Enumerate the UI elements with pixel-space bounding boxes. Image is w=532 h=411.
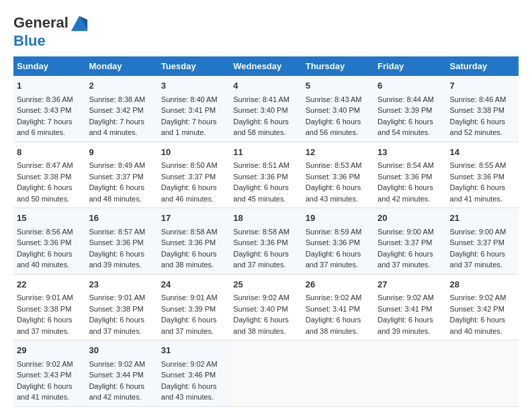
day-number: 1 bbox=[17, 79, 82, 93]
sunrise-text: Sunrise: 8:54 AM bbox=[378, 161, 434, 169]
sunset-text: Sunset: 3:40 PM bbox=[306, 106, 360, 114]
sunset-text: Sunset: 3:37 PM bbox=[378, 238, 432, 246]
daylight-text: Daylight: 6 hours and 38 minutes. bbox=[306, 316, 361, 335]
sunrise-text: Sunrise: 9:01 AM bbox=[161, 293, 218, 302]
calendar-cell: 17Sunrise: 8:58 AMSunset: 3:36 PMDayligh… bbox=[158, 208, 230, 275]
sunset-text: Sunset: 3:46 PM bbox=[161, 371, 216, 379]
week-row-1: 1Sunrise: 8:36 AMSunset: 3:43 PMDaylight… bbox=[13, 76, 519, 142]
daylight-text: Daylight: 6 hours and 42 minutes. bbox=[89, 382, 144, 402]
day-number: 2 bbox=[89, 79, 154, 93]
daylight-text: Daylight: 6 hours and 40 minutes. bbox=[450, 316, 506, 335]
day-number: 17 bbox=[161, 212, 226, 225]
sunrise-text: Sunrise: 8:55 AM bbox=[450, 161, 506, 169]
sunrise-text: Sunrise: 9:02 AM bbox=[450, 293, 506, 302]
sunrise-text: Sunrise: 8:58 AM bbox=[161, 228, 218, 236]
day-header-thursday: Thursday bbox=[302, 56, 374, 76]
sunrise-text: Sunrise: 9:02 AM bbox=[378, 293, 434, 302]
calendar-cell: 9Sunrise: 8:49 AMSunset: 3:37 PMDaylight… bbox=[85, 142, 157, 208]
sunset-text: Sunset: 3:36 PM bbox=[161, 238, 216, 246]
daylight-text: Daylight: 6 hours and 37 minutes. bbox=[89, 316, 144, 335]
sunrise-text: Sunrise: 8:47 AM bbox=[17, 161, 73, 169]
sunrise-text: Sunrise: 8:38 AM bbox=[89, 95, 145, 103]
calendar-cell: 2Sunrise: 8:38 AMSunset: 3:42 PMDaylight… bbox=[85, 76, 157, 142]
daylight-text: Daylight: 6 hours and 41 minutes. bbox=[17, 382, 73, 402]
sunrise-text: Sunrise: 9:02 AM bbox=[233, 293, 290, 302]
calendar-cell: 15Sunrise: 8:56 AMSunset: 3:36 PMDayligh… bbox=[13, 208, 85, 275]
sunrise-text: Sunrise: 8:50 AM bbox=[161, 161, 218, 169]
calendar-cell: 18Sunrise: 8:58 AMSunset: 3:36 PMDayligh… bbox=[230, 208, 302, 275]
daylight-text: Daylight: 7 hours and 1 minute. bbox=[161, 118, 217, 137]
day-number: 27 bbox=[378, 278, 443, 291]
day-header-wednesday: Wednesday bbox=[230, 56, 302, 76]
day-number: 14 bbox=[450, 146, 515, 159]
calendar-cell: 28Sunrise: 9:02 AMSunset: 3:42 PMDayligh… bbox=[447, 274, 519, 340]
day-header-monday: Monday bbox=[85, 56, 157, 76]
daylight-text: Daylight: 7 hours and 6 minutes. bbox=[17, 118, 73, 137]
calendar-cell: 6Sunrise: 8:44 AMSunset: 3:39 PMDaylight… bbox=[374, 76, 446, 142]
calendar-cell: 29Sunrise: 9:02 AMSunset: 3:43 PMDayligh… bbox=[13, 340, 85, 407]
day-number: 28 bbox=[450, 278, 515, 291]
sunrise-text: Sunrise: 8:36 AM bbox=[17, 95, 73, 103]
calendar-cell: 22Sunrise: 9:01 AMSunset: 3:38 PMDayligh… bbox=[13, 274, 85, 340]
calendar-cell: 13Sunrise: 8:54 AMSunset: 3:36 PMDayligh… bbox=[374, 142, 446, 208]
sunset-text: Sunset: 3:36 PM bbox=[306, 173, 360, 181]
sunrise-text: Sunrise: 9:01 AM bbox=[17, 293, 73, 302]
calendar-header-row: SundayMondayTuesdayWednesdayThursdayFrid… bbox=[13, 56, 519, 76]
calendar-cell: 4Sunrise: 8:41 AMSunset: 3:40 PMDaylight… bbox=[230, 76, 302, 142]
daylight-text: Daylight: 6 hours and 46 minutes. bbox=[161, 183, 217, 203]
daylight-text: Daylight: 6 hours and 43 minutes. bbox=[306, 183, 361, 203]
sunrise-text: Sunrise: 8:58 AM bbox=[233, 228, 290, 236]
daylight-text: Daylight: 6 hours and 37 minutes. bbox=[450, 250, 506, 269]
daylight-text: Daylight: 6 hours and 39 minutes. bbox=[378, 316, 433, 335]
daylight-text: Daylight: 6 hours and 37 minutes. bbox=[306, 250, 361, 269]
calendar-cell bbox=[302, 340, 374, 407]
daylight-text: Daylight: 6 hours and 40 minutes. bbox=[17, 250, 73, 269]
page-header: General Blue bbox=[13, 13, 519, 50]
calendar-cell: 3Sunrise: 8:40 AMSunset: 3:41 PMDaylight… bbox=[158, 76, 230, 142]
daylight-text: Daylight: 6 hours and 42 minutes. bbox=[378, 183, 433, 203]
sunrise-text: Sunrise: 9:02 AM bbox=[161, 360, 218, 368]
sunrise-text: Sunrise: 9:02 AM bbox=[17, 360, 73, 368]
daylight-text: Daylight: 6 hours and 37 minutes. bbox=[17, 316, 73, 335]
day-number: 21 bbox=[450, 212, 515, 225]
day-number: 15 bbox=[17, 212, 82, 225]
day-number: 11 bbox=[233, 146, 298, 159]
logo-icon bbox=[70, 13, 89, 32]
calendar-cell: 11Sunrise: 8:51 AMSunset: 3:36 PMDayligh… bbox=[230, 142, 302, 208]
sunset-text: Sunset: 3:39 PM bbox=[378, 106, 432, 114]
sunset-text: Sunset: 3:37 PM bbox=[89, 173, 143, 181]
sunrise-text: Sunrise: 8:49 AM bbox=[89, 161, 145, 169]
sunrise-text: Sunrise: 8:53 AM bbox=[306, 161, 362, 169]
day-number: 3 bbox=[161, 79, 226, 93]
sunset-text: Sunset: 3:38 PM bbox=[17, 173, 71, 181]
week-row-2: 8Sunrise: 8:47 AMSunset: 3:38 PMDaylight… bbox=[13, 142, 519, 208]
day-number: 24 bbox=[161, 278, 226, 291]
day-number: 31 bbox=[161, 344, 226, 357]
day-number: 26 bbox=[306, 278, 371, 291]
day-header-saturday: Saturday bbox=[447, 56, 519, 76]
calendar-cell: 25Sunrise: 9:02 AMSunset: 3:40 PMDayligh… bbox=[230, 274, 302, 340]
sunset-text: Sunset: 3:44 PM bbox=[89, 371, 143, 379]
sunset-text: Sunset: 3:38 PM bbox=[89, 305, 143, 313]
logo: General Blue bbox=[13, 13, 89, 50]
sunset-text: Sunset: 3:39 PM bbox=[161, 305, 216, 313]
sunrise-text: Sunrise: 9:02 AM bbox=[306, 293, 362, 302]
day-header-sunday: Sunday bbox=[13, 56, 85, 76]
calendar-cell: 31Sunrise: 9:02 AMSunset: 3:46 PMDayligh… bbox=[158, 340, 230, 407]
sunrise-text: Sunrise: 8:43 AM bbox=[306, 95, 362, 103]
sunset-text: Sunset: 3:36 PM bbox=[233, 238, 287, 246]
sunrise-text: Sunrise: 8:41 AM bbox=[233, 95, 290, 103]
daylight-text: Daylight: 6 hours and 38 minutes. bbox=[161, 250, 217, 269]
week-row-5: 29Sunrise: 9:02 AMSunset: 3:43 PMDayligh… bbox=[13, 340, 519, 407]
daylight-text: Daylight: 6 hours and 52 minutes. bbox=[450, 118, 506, 137]
calendar-cell: 24Sunrise: 9:01 AMSunset: 3:39 PMDayligh… bbox=[158, 274, 230, 340]
sunset-text: Sunset: 3:41 PM bbox=[378, 305, 432, 313]
day-number: 8 bbox=[17, 146, 82, 159]
week-row-4: 22Sunrise: 9:01 AMSunset: 3:38 PMDayligh… bbox=[13, 274, 519, 340]
day-number: 18 bbox=[233, 212, 298, 225]
daylight-text: Daylight: 6 hours and 54 minutes. bbox=[378, 118, 433, 137]
sunset-text: Sunset: 3:37 PM bbox=[450, 238, 504, 246]
daylight-text: Daylight: 6 hours and 45 minutes. bbox=[233, 183, 289, 203]
calendar-cell: 27Sunrise: 9:02 AMSunset: 3:41 PMDayligh… bbox=[374, 274, 446, 340]
day-number: 12 bbox=[306, 146, 371, 159]
